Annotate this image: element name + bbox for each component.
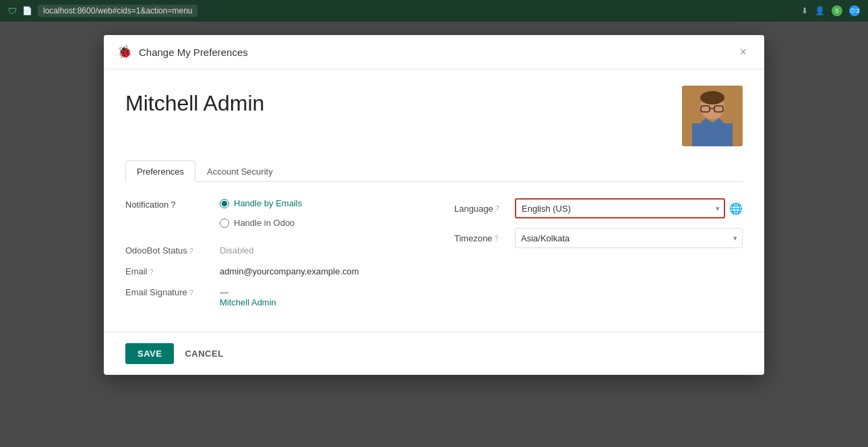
email-signature-value: — Mitchell Admin (220, 285, 414, 307)
radio-handle-in-odoo[interactable]: Handle in Odoo (220, 218, 302, 228)
preferences-dialog: 🐞 Change My Preferences × Mitchell Admin (104, 35, 764, 375)
odoobot-value: Disabled (220, 243, 414, 256)
main-area: 🐞 Change My Preferences × Mitchell Admin (0, 22, 868, 447)
left-column: Notification ? Handle by Emails Handle i… (125, 198, 414, 316)
radio-odoo-label: Handle in Odoo (234, 218, 294, 228)
dialog-body: Mitchell Admin (104, 69, 764, 316)
user-name: Mitchell Admin (125, 86, 264, 116)
notification-help-icon[interactable]: ? (170, 200, 175, 210)
tab-preferences[interactable]: Preferences (125, 160, 195, 182)
bug-icon: 🐞 (117, 44, 132, 59)
svg-point-6 (700, 91, 724, 105)
language-label: Language ? (454, 204, 515, 214)
globe-icon: 🌐 (729, 202, 743, 215)
radio-handle-by-emails[interactable]: Handle by Emails (220, 198, 302, 208)
email-sig-help-icon[interactable]: ? (189, 289, 193, 297)
notification-badge[interactable]: 5 (832, 5, 842, 16)
email-row: Email ? admin@yourcompany.example.com (125, 264, 414, 276)
timezone-select[interactable]: Asia/Kolkata (515, 228, 743, 248)
tabs-container: Preferences Account Security (125, 160, 743, 182)
page-icon: 📄 (22, 6, 32, 16)
language-help-icon[interactable]: ? (495, 204, 499, 212)
user-info-row: Mitchell Admin (125, 86, 743, 146)
user-avatar (682, 86, 743, 146)
email-help-icon[interactable]: ? (150, 268, 154, 276)
browser-bar: 🛡 📄 localhost:8600/web#cids=1&action=men… (0, 0, 868, 22)
download-icon[interactable]: ⬇ (801, 6, 808, 16)
notification-radio-group: Handle by Emails Handle in Odoo (220, 198, 302, 233)
radio-emails-label: Handle by Emails (234, 198, 302, 208)
odoobot-help-icon[interactable]: ? (189, 247, 193, 255)
email-label: Email ? (125, 264, 220, 276)
dialog-title: Change My Preferences (139, 47, 248, 58)
radio-emails-input[interactable] (220, 199, 229, 208)
clock-badge[interactable]: ⏱3 (849, 5, 860, 16)
language-select-container: English (US) ▾ (515, 198, 725, 218)
save-button[interactable]: SAVE (125, 343, 174, 364)
radio-odoo-input[interactable] (220, 218, 229, 228)
shield-icon: 🛡 (8, 6, 17, 16)
close-button[interactable]: × (735, 44, 751, 59)
svg-rect-7 (692, 123, 733, 146)
dialog-header: 🐞 Change My Preferences × (104, 35, 764, 69)
browser-icons: ⬇ 👤 5 ⏱3 (801, 5, 860, 16)
timezone-help-icon[interactable]: ? (495, 234, 499, 242)
tab-account-security[interactable]: Account Security (195, 160, 284, 182)
notification-label: Notification ? (125, 198, 220, 233)
email-value: admin@yourcompany.example.com (220, 264, 414, 276)
right-column: Language ? English (US) ▾ 🌐 (454, 198, 743, 316)
odoobot-row: OdooBot Status ? Disabled (125, 243, 414, 256)
email-signature-label: Email Signature ? (125, 285, 220, 297)
language-select[interactable]: English (US) (515, 198, 725, 218)
timezone-select-container: Asia/Kolkata ▾ (515, 228, 743, 248)
cancel-button[interactable]: CANCEL (182, 343, 226, 364)
timezone-row: Timezone ? Asia/Kolkata ▾ (454, 228, 743, 248)
dialog-footer: SAVE CANCEL (104, 332, 764, 375)
language-row: Language ? English (US) ▾ 🌐 (454, 198, 743, 218)
signature-dashes: — (220, 287, 414, 297)
url-bar: localhost:8600/web#cids=1&action=menu (38, 5, 197, 17)
user-circle-icon[interactable]: 👤 (815, 6, 825, 16)
email-signature-row: Email Signature ? — Mitchell Admin (125, 285, 414, 307)
notification-section: Notification ? Handle by Emails Handle i… (125, 198, 414, 233)
signature-name: Mitchell Admin (220, 297, 414, 307)
timezone-label: Timezone ? (454, 233, 515, 243)
odoobot-label: OdooBot Status ? (125, 243, 220, 256)
